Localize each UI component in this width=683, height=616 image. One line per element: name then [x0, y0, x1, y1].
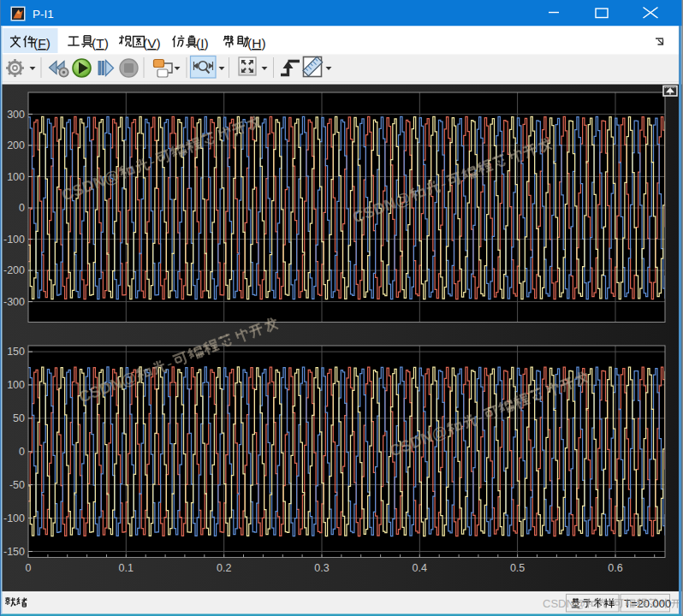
svg-text:-100: -100 [3, 512, 25, 524]
svg-text:-150: -150 [3, 546, 25, 558]
svg-text:T=20.000: T=20.000 [624, 597, 671, 610]
svg-text:(T): (T) [92, 36, 109, 50]
svg-text:300: 300 [7, 109, 25, 121]
svg-text:0: 0 [19, 446, 25, 458]
svg-text:-300: -300 [3, 296, 25, 308]
svg-text:(V): (V) [143, 36, 161, 50]
svg-text:P-I1: P-I1 [33, 8, 54, 21]
svg-text:0.4: 0.4 [413, 562, 427, 574]
svg-text:0: 0 [26, 562, 32, 574]
svg-text:150: 150 [7, 346, 25, 358]
svg-text:(F): (F) [33, 36, 50, 50]
svg-text:-50: -50 [9, 479, 25, 491]
svg-text:CSDN@: CSDN@ [543, 597, 585, 610]
svg-text:200: 200 [7, 139, 25, 151]
svg-text:0: 0 [19, 202, 25, 214]
svg-text:0.6: 0.6 [608, 562, 622, 574]
svg-text:-100: -100 [3, 234, 25, 246]
svg-text:0.1: 0.1 [119, 562, 134, 574]
svg-text:100: 100 [7, 171, 25, 183]
svg-text:-200: -200 [3, 264, 25, 276]
svg-text:100: 100 [7, 379, 25, 391]
svg-text:(H): (H) [247, 36, 266, 50]
svg-text:50: 50 [13, 412, 25, 424]
svg-text:(I): (I) [196, 36, 209, 50]
svg-text:0.3: 0.3 [314, 562, 329, 574]
svg-text:-: - [609, 597, 612, 610]
svg-text:0.2: 0.2 [217, 562, 231, 574]
svg-text:0.5: 0.5 [510, 562, 525, 574]
